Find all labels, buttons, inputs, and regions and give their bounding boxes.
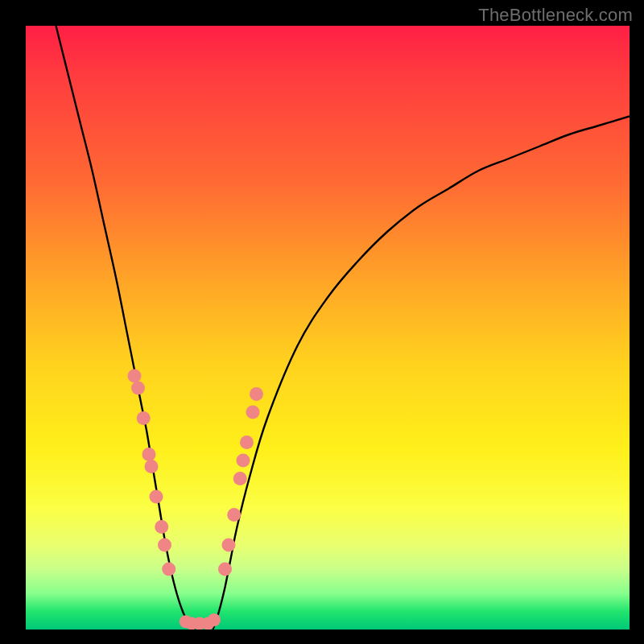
data-marker	[162, 563, 175, 576]
data-marker	[218, 563, 232, 576]
watermark-text: TheBottleneck.com	[478, 5, 633, 26]
data-marker	[137, 411, 151, 425]
data-marker	[158, 539, 171, 552]
right-branch-curve	[213, 117, 630, 630]
data-marker	[240, 436, 254, 449]
data-marker	[155, 520, 168, 534]
data-marker	[150, 490, 163, 504]
data-marker	[250, 387, 263, 401]
left-branch-curve	[56, 26, 196, 630]
data-marker	[208, 613, 221, 626]
data-marker	[237, 454, 250, 468]
data-marker	[246, 406, 260, 419]
chart-stage: TheBottleneck.com	[0, 0, 644, 644]
data-marker	[131, 382, 145, 395]
curves-svg	[26, 26, 630, 630]
plot-area	[26, 26, 630, 630]
data-marker	[128, 369, 142, 383]
data-marker	[222, 539, 236, 552]
data-marker	[233, 472, 247, 485]
data-marker	[227, 508, 241, 522]
data-marker	[142, 448, 156, 461]
data-marker	[145, 460, 159, 473]
